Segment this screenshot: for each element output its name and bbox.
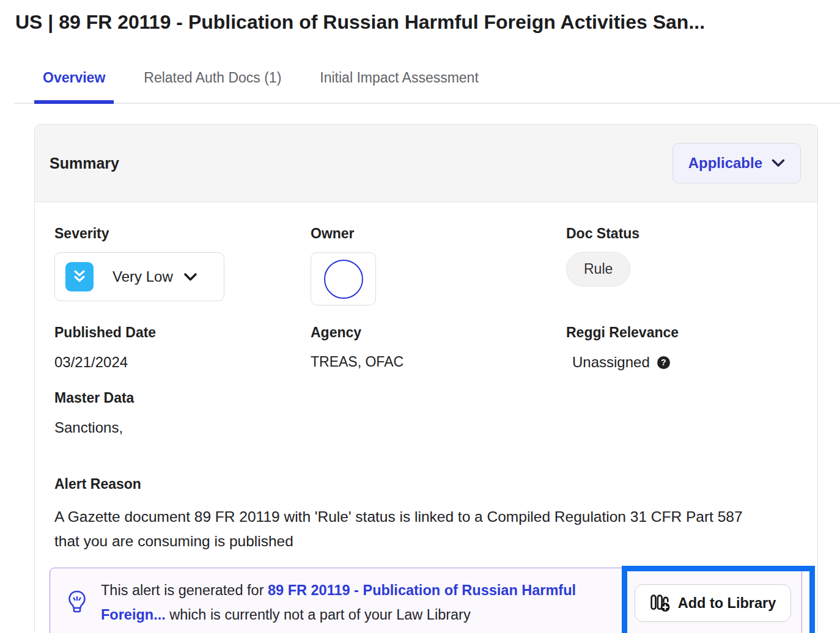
agency-value: TREAS, OFAC <box>311 354 566 370</box>
severity-dropdown[interactable]: Very Low <box>54 252 224 301</box>
tab-overview[interactable]: Overview <box>34 62 114 103</box>
alert-reason-label: Alert Reason <box>54 476 817 492</box>
banner-text-after: which is currently not a part of your La… <box>166 607 471 623</box>
master-data-value: Sanctions, <box>54 419 817 436</box>
summary-row-2: Published Date 03/21/2024 Agency TREAS, … <box>54 324 817 371</box>
master-data-label: Master Data <box>54 390 817 406</box>
tab-related-auth-docs[interactable]: Related Auth Docs (1) <box>135 62 290 103</box>
reggi-relevance-field: Reggi Relevance Unassigned ? <box>566 324 817 371</box>
reggi-relevance-value: Unassigned ? <box>566 354 817 371</box>
reggi-relevance-text: Unassigned <box>572 354 650 371</box>
agency-field: Agency TREAS, OFAC <box>311 324 566 371</box>
tab-bar: Overview Related Auth Docs (1) Initial I… <box>14 62 840 104</box>
doc-status-label: Doc Status <box>566 225 817 242</box>
summary-title: Summary <box>50 155 119 172</box>
summary-card-body: Severity Very Low Owner Doc S <box>35 202 817 633</box>
page-title: US | 89 FR 20119 - Publication of Russia… <box>15 9 840 35</box>
tab-initial-impact-assessment[interactable]: Initial Impact Assessment <box>311 62 487 103</box>
agency-label: Agency <box>311 324 566 341</box>
severity-value: Very Low <box>112 268 173 285</box>
doc-status-field: Doc Status Rule <box>566 225 817 306</box>
add-to-library-label: Add to Library <box>678 595 776 612</box>
alert-reason-text: A Gazette document 89 FR 20119 with 'Rul… <box>54 505 757 554</box>
applicable-dropdown-button[interactable]: Applicable <box>672 143 801 183</box>
avatar <box>324 260 363 299</box>
double-chevron-down-icon <box>65 262 94 291</box>
banner-text-before: This alert is generated for <box>101 582 268 598</box>
alert-reason-section: Alert Reason A Gazette document 89 FR 20… <box>54 476 817 554</box>
owner-avatar-button[interactable] <box>311 252 376 306</box>
severity-label: Severity <box>54 225 311 242</box>
published-date-value: 03/21/2024 <box>54 354 311 371</box>
chevron-down-icon <box>772 159 785 167</box>
summary-row-1: Severity Very Low Owner Doc S <box>54 225 817 306</box>
alert-banner-row: This alert is generated for 89 FR 20119 … <box>50 568 817 633</box>
published-date-field: Published Date 03/21/2024 <box>54 324 311 371</box>
reggi-relevance-label: Reggi Relevance <box>566 324 817 341</box>
summary-card: Summary Applicable Severity Very Low <box>34 124 818 633</box>
summary-card-header: Summary Applicable <box>35 125 817 202</box>
lightbulb-icon <box>67 588 87 617</box>
published-date-label: Published Date <box>54 324 311 341</box>
master-data-field: Master Data Sanctions, <box>54 390 817 436</box>
owner-field: Owner <box>311 225 566 306</box>
alert-banner-text: This alert is generated for 89 FR 20119 … <box>101 578 601 627</box>
owner-label: Owner <box>311 225 566 242</box>
add-to-library-button[interactable]: Add to Library <box>635 584 791 622</box>
library-add-icon <box>650 593 671 613</box>
severity-field: Severity Very Low <box>54 225 311 306</box>
applicable-dropdown-label: Applicable <box>688 155 762 172</box>
chevron-down-icon <box>183 273 197 282</box>
doc-status-badge: Rule <box>566 252 630 287</box>
question-mark-icon[interactable]: ? <box>657 356 670 369</box>
